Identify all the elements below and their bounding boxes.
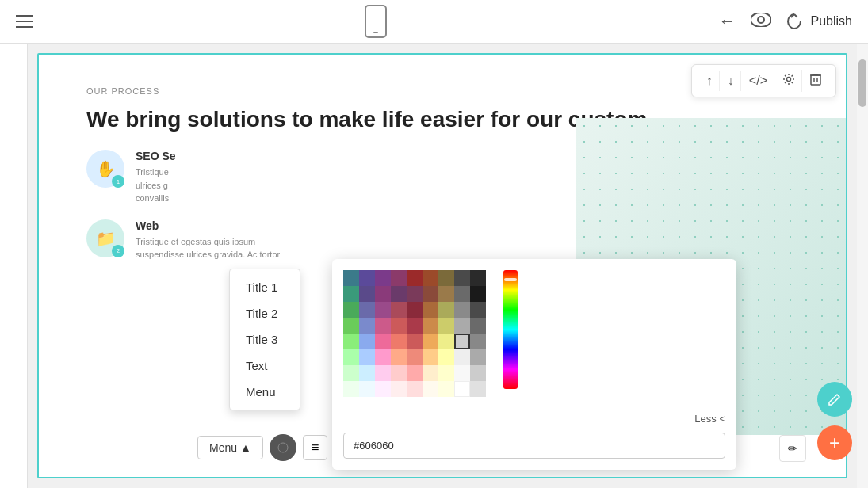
swatch[interactable] (454, 349, 470, 365)
swatch[interactable] (407, 334, 423, 349)
swatch[interactable] (407, 381, 423, 397)
swatch[interactable] (359, 318, 375, 334)
dropdown-item-title1[interactable]: Title 1 (230, 274, 300, 300)
swatch[interactable] (470, 365, 486, 381)
swatch[interactable] (423, 334, 438, 349)
swatch[interactable] (454, 365, 470, 381)
less-link[interactable]: Less < (332, 408, 736, 433)
swatch[interactable] (391, 349, 407, 365)
swatch-row-0 (343, 270, 486, 286)
swatch[interactable] (438, 302, 454, 318)
swatch[interactable] (470, 270, 486, 286)
fab-edit-button[interactable] (817, 382, 852, 417)
swatch[interactable] (343, 270, 359, 286)
swatch[interactable] (343, 302, 359, 318)
swatch[interactable] (407, 349, 423, 365)
swatch[interactable] (359, 349, 375, 365)
menu-dropdown-button[interactable]: Menu ▲ (197, 436, 263, 459)
swatch[interactable] (359, 302, 375, 318)
swatch[interactable] (391, 318, 407, 334)
swatch[interactable] (375, 365, 391, 381)
swatch[interactable] (470, 302, 486, 318)
swatch[interactable] (438, 365, 454, 381)
swatch[interactable] (407, 286, 423, 302)
swatch[interactable] (343, 349, 359, 365)
swatch[interactable] (470, 334, 486, 349)
swatch[interactable] (438, 270, 454, 286)
code-button[interactable]: </> (743, 71, 774, 91)
hex-input[interactable] (343, 433, 725, 459)
swatch[interactable] (438, 318, 454, 334)
scrollbar-thumb[interactable] (858, 59, 866, 107)
swatch[interactable] (359, 286, 375, 302)
swatch[interactable] (359, 334, 375, 349)
swatch[interactable] (454, 270, 470, 286)
swatch[interactable] (391, 270, 407, 286)
swatch[interactable] (438, 334, 454, 349)
phone-preview-icon[interactable] (365, 5, 387, 38)
move-down-button[interactable]: ↓ (721, 71, 741, 91)
hamburger-menu[interactable] (16, 15, 33, 28)
scrollbar[interactable] (857, 44, 868, 488)
swatch[interactable] (375, 302, 391, 318)
dropdown-item-title2[interactable]: Title 2 (230, 300, 300, 326)
swatch[interactable] (391, 302, 407, 318)
swatch[interactable] (407, 365, 423, 381)
dropdown-item-title3[interactable]: Title 3 (230, 326, 300, 353)
swatch[interactable] (375, 270, 391, 286)
publish-button[interactable]: Publish (786, 13, 852, 30)
delete-button[interactable] (804, 70, 828, 92)
swatch[interactable] (407, 302, 423, 318)
swatch[interactable] (438, 381, 454, 397)
swatch[interactable] (438, 349, 454, 365)
service-title-2: Web (136, 219, 280, 232)
swatch[interactable] (359, 381, 375, 397)
swatch[interactable] (423, 270, 438, 286)
edit-overlay-button[interactable]: ✏ (779, 435, 806, 462)
swatch[interactable] (470, 286, 486, 302)
settings-button[interactable] (776, 70, 802, 92)
swatch[interactable] (423, 381, 438, 397)
swatch[interactable] (423, 302, 438, 318)
swatch[interactable] (438, 286, 454, 302)
swatch[interactable] (343, 318, 359, 334)
swatch[interactable] (454, 318, 470, 334)
swatch[interactable] (375, 349, 391, 365)
swatch[interactable] (454, 302, 470, 318)
swatch[interactable] (343, 334, 359, 349)
hue-strip[interactable] (503, 270, 518, 389)
align-button[interactable]: ≡ (303, 435, 327, 460)
swatch[interactable] (454, 286, 470, 302)
swatch[interactable] (343, 286, 359, 302)
color-circle-button[interactable] (270, 434, 296, 461)
back-icon[interactable]: ← (719, 11, 736, 32)
swatch[interactable] (407, 270, 423, 286)
swatch[interactable] (375, 286, 391, 302)
dropdown-item-menu[interactable]: Menu (230, 379, 300, 405)
swatch[interactable] (423, 286, 438, 302)
swatch[interactable] (391, 381, 407, 397)
swatch[interactable] (407, 318, 423, 334)
fab-add-button[interactable]: + (817, 425, 852, 460)
swatch[interactable] (343, 365, 359, 381)
swatch[interactable] (423, 349, 438, 365)
dropdown-item-text[interactable]: Text (230, 353, 300, 379)
swatch[interactable] (391, 286, 407, 302)
swatch[interactable] (454, 334, 470, 349)
swatch[interactable] (454, 381, 470, 397)
move-up-button[interactable]: ↑ (700, 71, 720, 91)
swatch[interactable] (470, 381, 486, 397)
swatch[interactable] (423, 318, 438, 334)
swatch[interactable] (470, 349, 486, 365)
swatch[interactable] (359, 270, 375, 286)
swatch[interactable] (375, 334, 391, 349)
swatch[interactable] (375, 381, 391, 397)
swatch[interactable] (343, 381, 359, 397)
swatch[interactable] (391, 365, 407, 381)
swatch[interactable] (391, 334, 407, 349)
swatch[interactable] (470, 318, 486, 334)
swatch[interactable] (423, 365, 438, 381)
preview-eye-icon[interactable] (751, 13, 771, 31)
swatch[interactable] (375, 318, 391, 334)
swatch[interactable] (359, 365, 375, 381)
